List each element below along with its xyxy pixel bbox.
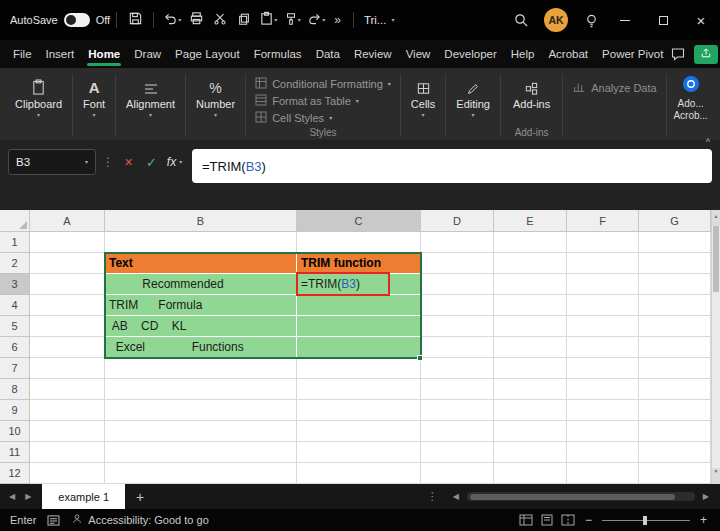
cell-F4[interactable] (567, 295, 639, 316)
column-header-C[interactable]: C (297, 210, 421, 232)
tab-data[interactable]: Data (309, 40, 347, 68)
cell-C11[interactable] (297, 442, 421, 463)
cell-styles-button[interactable]: Cell Styles ▾ (255, 109, 391, 126)
undo-button[interactable]: ▾ (160, 7, 184, 33)
tab-file[interactable]: File (6, 40, 39, 68)
accessibility-status[interactable]: Accessibility: Good to go (71, 513, 208, 527)
cell-G4[interactable] (639, 295, 711, 316)
vertical-scrollbar-thumb[interactable] (713, 226, 719, 292)
cell-F7[interactable] (567, 358, 639, 379)
cell-D9[interactable] (421, 400, 494, 421)
namebox-resize-handle[interactable]: ⋮ (102, 149, 114, 175)
cell-D5[interactable] (421, 316, 494, 337)
tab-developer[interactable]: Developer (437, 40, 503, 68)
row-header-3[interactable]: 3 (0, 274, 30, 295)
cell-F8[interactable] (567, 379, 639, 400)
tab-help[interactable]: Help (504, 40, 542, 68)
format-painter-button[interactable]: ▾ (280, 7, 304, 33)
normal-view-icon[interactable] (519, 514, 533, 526)
cell-B2[interactable]: Text (105, 253, 297, 274)
cell-E6[interactable] (494, 337, 567, 358)
cell-D1[interactable] (421, 232, 494, 253)
cell-B1[interactable] (105, 232, 297, 253)
tab-review[interactable]: Review (347, 40, 399, 68)
document-title[interactable]: Tri...▾ (364, 14, 395, 26)
collapse-ribbon-icon[interactable]: ^ (706, 137, 710, 147)
row-header-11[interactable]: 11 (0, 442, 30, 463)
cell-A6[interactable] (30, 337, 105, 358)
horizontal-scrollbar[interactable] (467, 492, 695, 501)
cell-D6[interactable] (421, 337, 494, 358)
row-header-4[interactable]: 4 (0, 295, 30, 316)
cell-B5[interactable]: AB CD KL (105, 316, 297, 337)
new-sheet-button[interactable]: + (125, 489, 155, 505)
cell-G1[interactable] (639, 232, 711, 253)
cell-B3[interactable]: Recommended (105, 274, 297, 295)
cell-A5[interactable] (30, 316, 105, 337)
cell-D4[interactable] (421, 295, 494, 316)
cell-B7[interactable] (105, 358, 297, 379)
enter-icon[interactable]: ✓ (143, 149, 160, 175)
row-header-10[interactable]: 10 (0, 421, 30, 442)
insert-function-icon[interactable]: fx▾ (166, 149, 183, 175)
font-group-button[interactable]: A Font ▾ (74, 71, 114, 140)
cell-F12[interactable] (567, 463, 639, 484)
cell-C5[interactable] (297, 316, 421, 337)
cell-A3[interactable] (30, 274, 105, 295)
column-header-F[interactable]: F (567, 210, 639, 232)
addins-button[interactable]: Add-ins (511, 75, 552, 110)
cell-G10[interactable] (639, 421, 711, 442)
row-header-5[interactable]: 5 (0, 316, 30, 337)
cell-B11[interactable] (105, 442, 297, 463)
cell-C3[interactable]: =TRIM(B3) (297, 274, 421, 295)
cell-G3[interactable] (639, 274, 711, 295)
acrobat-group[interactable]: Ado... Acrob... (668, 71, 714, 140)
close-button[interactable]: × (682, 0, 720, 40)
quick-access-overflow-button[interactable]: » (328, 13, 347, 27)
row-header-8[interactable]: 8 (0, 379, 30, 400)
cell-D3[interactable] (421, 274, 494, 295)
tab-view[interactable]: View (399, 40, 438, 68)
editing-group-button[interactable]: Editing ▾ (447, 71, 499, 140)
column-header-A[interactable]: A (30, 210, 105, 232)
row-header-6[interactable]: 6 (0, 337, 30, 358)
row-header-12[interactable]: 12 (0, 463, 30, 484)
clipboard-group-button[interactable]: Clipboard ▾ (6, 71, 71, 140)
cell-D10[interactable] (421, 421, 494, 442)
cell-F11[interactable] (567, 442, 639, 463)
column-header-D[interactable]: D (421, 210, 494, 232)
sheet-nav-right-icon[interactable]: ▶ (20, 492, 36, 501)
hscroll-left-icon[interactable]: ◀ (448, 492, 464, 501)
cell-E11[interactable] (494, 442, 567, 463)
cell-A11[interactable] (30, 442, 105, 463)
cell-A1[interactable] (30, 232, 105, 253)
cell-G8[interactable] (639, 379, 711, 400)
cell-C8[interactable] (297, 379, 421, 400)
cell-G11[interactable] (639, 442, 711, 463)
cell-A7[interactable] (30, 358, 105, 379)
cell-D8[interactable] (421, 379, 494, 400)
save-button[interactable] (123, 7, 147, 33)
cut-button[interactable] (208, 7, 232, 33)
cell-E3[interactable] (494, 274, 567, 295)
minimize-button[interactable] (606, 0, 644, 40)
maximize-button[interactable] (644, 0, 682, 40)
select-all-corner[interactable] (0, 210, 30, 232)
cell-G6[interactable] (639, 337, 711, 358)
page-layout-view-icon[interactable] (540, 514, 554, 526)
cell-F3[interactable] (567, 274, 639, 295)
cell-C4[interactable] (297, 295, 421, 316)
cell-F2[interactable] (567, 253, 639, 274)
page-break-view-icon[interactable] (561, 514, 575, 526)
copy-button[interactable] (232, 7, 256, 33)
comments-icon[interactable] (670, 46, 686, 62)
vertical-scrollbar[interactable] (711, 210, 720, 484)
macro-record-icon[interactable] (47, 515, 60, 526)
redo-button[interactable]: ▾ (304, 7, 328, 33)
sheet-tab-example-1[interactable]: example 1 (42, 484, 125, 509)
format-as-table-button[interactable]: Format as Table ▾ (255, 92, 391, 109)
tab-power-pivot[interactable]: Power Pivot (595, 40, 670, 68)
analyze-data-button[interactable]: Analyze Data (572, 80, 656, 96)
row-header-2[interactable]: 2 (0, 253, 30, 274)
tab-draw[interactable]: Draw (127, 40, 168, 68)
